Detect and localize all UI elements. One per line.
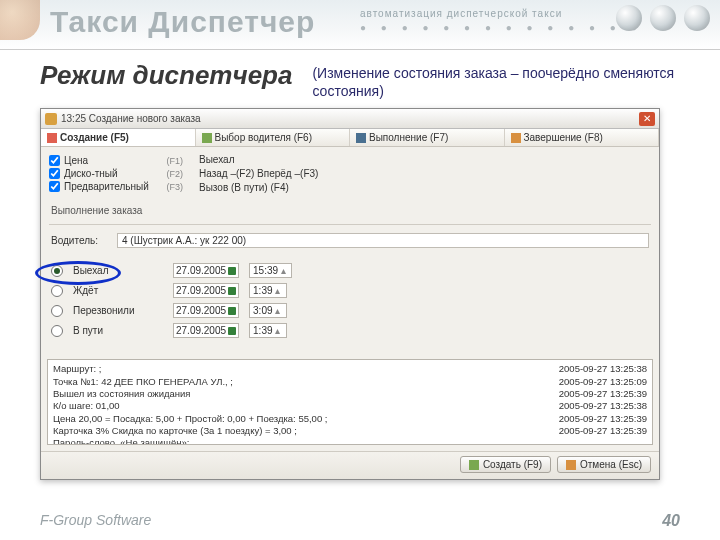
banner: Такси Диспетчер автоматизация диспетчерс… (0, 0, 720, 50)
calendar-icon[interactable] (228, 327, 236, 335)
check-price[interactable]: Цена (F1) (49, 155, 183, 166)
tab-label: Завершение (F8) (524, 132, 603, 143)
tab-label: Выбор водителя (F6) (215, 132, 313, 143)
tab-icon (47, 133, 57, 143)
tabs: Создание (F5) Выбор водителя (F6) Выполн… (41, 129, 659, 147)
tab-label: Создание (F5) (60, 132, 129, 143)
tab-label: Выполнение (F7) (369, 132, 448, 143)
detail-row: Вышел из состояния ожидания2005-09-27 13… (53, 388, 647, 400)
check-discount[interactable]: Диско-тный (F2) (49, 168, 183, 179)
date-field[interactable]: 27.09.2005 (173, 323, 239, 338)
driver-label: Водитель: (51, 235, 111, 246)
create-button[interactable]: Создать (F9) (460, 456, 551, 473)
company-name: F-Group Software (40, 512, 151, 530)
check-label: Предварительный (64, 181, 149, 192)
tab-icon (356, 133, 366, 143)
hotkey: (F1) (167, 156, 184, 166)
hint-line: Назад –(F2) Вперёд –(F3) (199, 167, 651, 181)
check-label: Цена (64, 155, 88, 166)
close-icon[interactable]: ✕ (639, 112, 655, 126)
time-field[interactable]: 3:09▴ (249, 303, 286, 318)
section-label: Выполнение заказа (41, 201, 659, 220)
driver-row: Водитель: 4 (Шустрик А.А.: ук 222 00) (41, 229, 659, 258)
check-prelim[interactable]: Предварительный (F3) (49, 181, 183, 192)
status-row-callback[interactable]: Перезвонили 27.09.2005 3:09▴ (51, 303, 649, 318)
titlebar[interactable]: 13:25 Создание нового заказа ✕ (41, 109, 659, 129)
left-options: Цена (F1) Диско-тный (F2) Предварительны… (41, 147, 191, 201)
page-number: 40 (662, 512, 680, 530)
status-row-enroute[interactable]: В пути 27.09.2005 1:39▴ (51, 323, 649, 338)
checkbox[interactable] (49, 155, 60, 166)
detail-row: Карточка 3% Скидка по карточке (За 1 пое… (53, 425, 647, 437)
time-field[interactable]: 1:39▴ (249, 283, 286, 298)
status-label: В пути (73, 325, 163, 336)
operator-image (0, 0, 40, 40)
check-label: Диско-тный (64, 168, 118, 179)
detail-row: К/о шаге: 01,002005-09-27 13:25:38 (53, 400, 647, 412)
time-field[interactable]: 15:39▴ (249, 263, 292, 278)
date-field[interactable]: 27.09.2005 (173, 303, 239, 318)
date-field[interactable]: 27.09.2005 (173, 283, 239, 298)
order-dialog: 13:25 Создание нового заказа ✕ Создание … (40, 108, 660, 480)
decor-circles (616, 5, 710, 31)
status-label: Ждёт (73, 285, 163, 296)
slide-heading: Режим диспетчера (40, 60, 292, 91)
checkbox[interactable] (49, 181, 60, 192)
tagline: автоматизация диспетчерской такси (360, 8, 562, 19)
detail-row: Точка №1: 42 ДЕЕ ПКО ГЕНЕРАЛА УЛ., ;2005… (53, 376, 647, 388)
checkbox[interactable] (49, 168, 60, 179)
status-row-departed[interactable]: Выехал 27.09.2005 15:39▴ (51, 263, 649, 278)
tab-create[interactable]: Создание (F5) (41, 129, 196, 146)
status-label: Перезвонили (73, 305, 163, 316)
button-bar: Создать (F9) Отмена (Esc) (41, 451, 659, 479)
radio[interactable] (51, 305, 63, 317)
status-row-wait[interactable]: Ждёт 27.09.2005 1:39▴ (51, 283, 649, 298)
button-label: Отмена (Esc) (580, 459, 642, 470)
app-title: Такси Диспетчер (50, 5, 315, 39)
tab-finish[interactable]: Завершение (F8) (505, 129, 660, 146)
hint-line: Выехал (199, 153, 651, 167)
hint-line: Вызов (В пути) (F4) (199, 181, 651, 195)
footer: F-Group Software 40 (40, 512, 680, 530)
window-title: 13:25 Создание нового заказа (61, 113, 635, 124)
radio[interactable] (51, 285, 63, 297)
tab-driver[interactable]: Выбор водителя (F6) (196, 129, 351, 146)
radio[interactable] (51, 325, 63, 337)
window-icon (45, 113, 57, 125)
detail-row: Цена 20,00 = Посадка: 5,00 + Простой: 0,… (53, 413, 647, 425)
calendar-icon[interactable] (228, 287, 236, 295)
status-block: Выехал 27.09.2005 15:39▴ Ждёт 27.09.2005… (41, 263, 659, 355)
hotkey: (F3) (167, 182, 184, 192)
date-field[interactable]: 27.09.2005 (173, 263, 239, 278)
button-label: Создать (F9) (483, 459, 542, 470)
calendar-icon[interactable] (228, 307, 236, 315)
right-hints: Выехал Назад –(F2) Вперёд –(F3) Вызов (В… (191, 147, 659, 201)
driver-value[interactable]: 4 (Шустрик А.А.: ук 222 00) (117, 233, 649, 248)
cancel-button[interactable]: Отмена (Esc) (557, 456, 651, 473)
decor-dots: ● ● ● ● ● ● ● ● ● ● ● ● ● ● (360, 22, 643, 33)
hotkey: (F2) (167, 169, 184, 179)
detail-row: Пароль-слово. «Не защищён»; (53, 437, 647, 445)
cancel-icon (566, 460, 576, 470)
tab-icon (202, 133, 212, 143)
ok-icon (469, 460, 479, 470)
tab-progress[interactable]: Выполнение (F7) (350, 129, 505, 146)
tab-icon (511, 133, 521, 143)
time-field[interactable]: 1:39▴ (249, 323, 286, 338)
status-label: Выехал (73, 265, 163, 276)
calendar-icon[interactable] (228, 267, 236, 275)
details-list[interactable]: Маршрут: ;2005-09-27 13:25:38 Точка №1: … (47, 359, 653, 445)
slide-note: (Изменение состояния заказа – поочерёдно… (312, 60, 680, 100)
radio[interactable] (51, 265, 63, 277)
detail-row: Маршрут: ;2005-09-27 13:25:38 (53, 363, 647, 375)
